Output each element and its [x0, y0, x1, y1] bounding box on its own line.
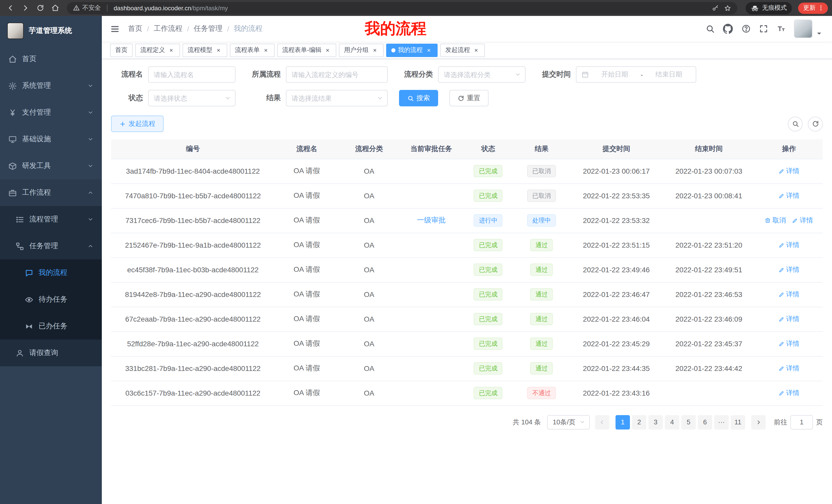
more-pages-button[interactable]: ···	[714, 415, 729, 429]
page-button[interactable]: 4	[665, 415, 679, 429]
bookmark-star-icon[interactable]	[724, 4, 731, 11]
refresh-table-button[interactable]	[808, 116, 823, 131]
detail-action[interactable]: 详情	[778, 265, 799, 274]
current-task-link[interactable]: 一级审批	[417, 216, 446, 224]
row-result: 已取消	[513, 184, 570, 208]
status-field[interactable]	[149, 90, 235, 106]
next-page-button[interactable]	[751, 415, 766, 429]
table-row: 331bc281-7b9a-11ec-a290-acde48001122OA 请…	[111, 356, 823, 381]
browser-forward-button[interactable]	[19, 2, 32, 15]
help-icon[interactable]	[742, 24, 751, 33]
detail-action[interactable]: 详情	[778, 290, 799, 299]
incognito-badge[interactable]: 无痕模式	[746, 2, 792, 14]
definition-input[interactable]	[286, 66, 388, 83]
detail-action[interactable]: 详情	[778, 339, 799, 348]
sidebar-item-flow[interactable]: 任务管理	[0, 233, 102, 259]
detail-action[interactable]: 详情	[792, 216, 813, 225]
category-select[interactable]	[438, 66, 525, 83]
tab-item[interactable]: 流程表单×	[230, 44, 275, 57]
sidebar-item-gear[interactable]: 系统管理	[0, 73, 102, 99]
goto-page-input[interactable]	[790, 415, 813, 429]
page-size-select[interactable]: 10条/页	[547, 415, 590, 429]
user-menu[interactable]	[794, 20, 824, 38]
row-status: 已完成	[463, 331, 513, 356]
sidebar-item-eye[interactable]: 待办任务	[0, 286, 102, 313]
toggle-search-button[interactable]	[788, 116, 803, 131]
submit-time-range-picker[interactable]: 开始日期 - 结束日期	[576, 66, 696, 83]
row-actions: 详情	[755, 159, 823, 184]
detail-action[interactable]: 详情	[778, 314, 799, 324]
tab-item[interactable]: 首页	[110, 44, 133, 57]
detail-action[interactable]: 详情	[778, 241, 799, 250]
password-key-icon[interactable]	[712, 4, 719, 11]
result-field[interactable]	[286, 90, 387, 106]
definition-field[interactable]	[286, 67, 387, 82]
cancel-action[interactable]: 取消	[765, 216, 786, 225]
row-submit-time: 2022-01-22 23:51:15	[570, 233, 662, 257]
fullscreen-icon[interactable]	[759, 24, 768, 33]
reset-button[interactable]: 重置	[449, 90, 489, 106]
sidebar-item-done[interactable]: 已办任务	[0, 313, 102, 340]
sidebar-item-monitor[interactable]: 基础设施	[0, 126, 102, 152]
row-process-name: OA 请假	[275, 282, 339, 307]
close-icon[interactable]: ×	[371, 47, 379, 54]
github-icon[interactable]	[723, 24, 733, 34]
row-submit-time: 2022-01-22 23:53:32	[570, 208, 662, 233]
browser-back-button[interactable]	[4, 2, 17, 15]
browser-update-menu[interactable]: 更新	[798, 2, 828, 13]
page-size-value: 10条/页	[553, 417, 575, 427]
breadcrumb-item[interactable]: 首页	[128, 24, 142, 33]
row-end-time: 2022-01-22 23:49:51	[662, 257, 755, 282]
close-icon[interactable]: ×	[324, 47, 331, 54]
tab-item[interactable]: 发起流程×	[440, 44, 485, 57]
tab-item[interactable]: 流程定义×	[135, 44, 180, 57]
font-size-icon[interactable]	[777, 24, 786, 33]
page-button[interactable]: 1	[616, 415, 630, 429]
row-end-time	[662, 381, 755, 405]
breadcrumb-item[interactable]: 工作流程	[154, 24, 183, 33]
create-process-button[interactable]: 发起流程	[111, 116, 163, 132]
app-logo[interactable]: 芋道管理系统	[0, 16, 102, 46]
detail-action[interactable]: 详情	[778, 191, 799, 200]
action-label: 详情	[786, 388, 799, 398]
sidebar-item-home[interactable]: 首页	[0, 46, 102, 73]
result-select[interactable]	[286, 90, 388, 106]
close-icon[interactable]: ×	[473, 47, 480, 54]
sidebar-item-chat[interactable]: 我的流程	[0, 259, 102, 286]
search-button[interactable]: 搜索	[399, 90, 438, 106]
prev-page-button[interactable]	[595, 415, 609, 429]
page-button[interactable]: 5	[681, 415, 696, 429]
tab-item[interactable]: 用户分组×	[339, 44, 384, 57]
sidebar-item-box[interactable]: 研发工具	[0, 152, 102, 179]
browser-refresh-button[interactable]	[34, 2, 47, 15]
detail-action[interactable]: 详情	[778, 388, 799, 398]
breadcrumb-item[interactable]: 任务管理	[194, 24, 223, 33]
tab-item[interactable]: 流程表单-编辑×	[277, 44, 336, 57]
result-tag: 处理中	[527, 214, 556, 227]
hamburger-icon[interactable]	[110, 24, 120, 34]
sidebar-item-yen[interactable]: 支付管理	[0, 99, 102, 126]
tab-item[interactable]: 流程模型×	[183, 44, 227, 57]
page-button[interactable]: 11	[731, 415, 745, 429]
close-icon[interactable]: ×	[215, 47, 222, 54]
close-icon[interactable]: ×	[262, 47, 269, 54]
page-button[interactable]: 3	[648, 415, 663, 429]
sidebar-item-briefcase[interactable]: 工作流程	[0, 179, 102, 206]
address-bar[interactable]: 不安全 dashboard.yudao.iocoder.cn/bpm/task/…	[67, 2, 737, 14]
detail-action[interactable]: 详情	[778, 166, 799, 176]
security-indicator[interactable]: 不安全	[73, 4, 101, 12]
status-select[interactable]	[148, 90, 235, 106]
close-icon[interactable]: ×	[425, 47, 433, 54]
process-name-input[interactable]	[148, 66, 235, 83]
detail-action[interactable]: 详情	[778, 364, 799, 373]
sidebar-item-list[interactable]: 流程管理	[0, 206, 102, 233]
search-icon[interactable]	[705, 24, 715, 33]
category-field[interactable]	[439, 67, 525, 82]
browser-home-button[interactable]	[49, 2, 62, 15]
page-button[interactable]: 6	[698, 415, 712, 429]
page-button[interactable]: 2	[632, 415, 646, 429]
sidebar-item-user[interactable]: 请假查询	[0, 340, 102, 366]
close-icon[interactable]: ×	[167, 47, 175, 54]
process-name-field[interactable]	[149, 67, 235, 82]
tab-item[interactable]: 我的流程×	[386, 44, 438, 57]
